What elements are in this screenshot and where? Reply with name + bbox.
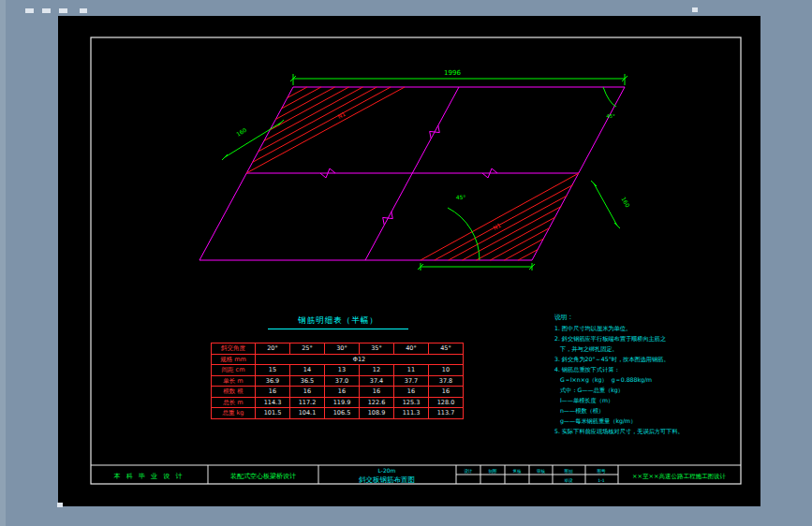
table-row: 根数 根 16 16 16 16 16 16: [212, 387, 464, 398]
table-cell: 10: [429, 365, 464, 376]
row-label: 规格 mm: [212, 354, 256, 365]
rebar-schedule-table: 斜交角度 20° 25° 30° 35° 40° 45° 规格 mm Φ12 间…: [211, 343, 464, 419]
table-cell: 117.2: [290, 397, 325, 408]
table-cell: 108.9: [360, 408, 394, 419]
table-row: 规格 mm Φ12: [212, 354, 464, 365]
titleblock-role-label: 设计: [465, 468, 474, 474]
grip-icon[interactable]: [57, 503, 63, 507]
table-cell: 12: [360, 365, 394, 376]
table-cell: 16: [290, 387, 325, 398]
viewport-left-edge: [0, 0, 6, 526]
table-cell: 111.3: [394, 408, 429, 419]
note-line: 5. 实际下料前应现场核对尺寸，无误后方可下料。: [554, 426, 737, 436]
titleblock-sheet-value: 毕设: [565, 477, 574, 483]
grip-icon[interactable]: [42, 8, 51, 13]
titleblock-cell-project-name: 装配式空心板梁桥设计: [230, 472, 296, 480]
table-cell: 37.8: [429, 375, 464, 387]
titleblock-cell-unit: 本 科 毕 业 设 计: [113, 473, 184, 480]
note-line: G＝l×n×g（kg） g＝0.888kg/m: [554, 374, 737, 385]
table-cell: 128.0: [429, 397, 464, 408]
table-row: 总长 m 114.3 117.2 119.9 122.6 125.3 128.0: [212, 397, 464, 408]
table-cell: Φ12: [256, 354, 464, 365]
table-cell: 125.3: [394, 397, 429, 408]
table-row: 斜交角度 20° 25° 30° 35° 40° 45°: [212, 343, 464, 355]
note-line: l——单根长度（m）: [554, 395, 737, 405]
table-cell: 106.5: [325, 408, 360, 419]
table-cell: 122.6: [360, 397, 394, 408]
table-cell: 14: [290, 365, 325, 376]
note-line: g——每米钢筋重量（kg/m）: [554, 416, 737, 426]
table-corner-cell: 斜交角度: [212, 343, 256, 355]
note-line: n——根数（根）: [554, 405, 737, 416]
note-line: 3. 斜交角为20°～45°时，按本图选用钢筋。: [554, 354, 737, 364]
grip-icon[interactable]: [692, 7, 698, 12]
table-cell: 16: [325, 387, 360, 398]
table-cell: 36.9: [256, 375, 290, 387]
table-header-cell: 35°: [360, 343, 394, 355]
table-cell: 119.9: [325, 397, 360, 408]
table-header-cell: 25°: [290, 343, 325, 355]
titleblock-role-label: 制图: [489, 469, 497, 474]
row-label: 总长 m: [212, 397, 256, 408]
table-header-cell: 45°: [429, 343, 464, 355]
note-line: 4. 钢筋总重按下式计算：: [554, 364, 737, 374]
row-label: 根数 根: [212, 387, 256, 398]
table-row: 总重 kg 101.5 104.1 106.5 108.9 111.3 113.…: [212, 408, 464, 419]
note-line: 1. 图中尺寸均以厘米为单位。: [554, 323, 737, 333]
titleblock-drawing-title: 斜交板钢筋布置图: [359, 475, 415, 484]
table-cell: 16: [429, 387, 464, 398]
titleblock-highway-project: ××至××高速公路工程施工图设计: [632, 473, 726, 480]
row-label: 间距 cm: [212, 365, 256, 376]
table-cell: 114.3: [256, 397, 290, 408]
dim-top-label: 1996: [444, 69, 461, 77]
table-cell: 37.7: [394, 375, 429, 387]
corner-angle-label: 45°: [606, 113, 615, 119]
titleblock-role-label: 复核: [513, 469, 523, 474]
table-cell: 101.5: [256, 408, 290, 419]
titleblock-sheet-value: 1-1: [598, 478, 604, 483]
row-label: 单长 m: [212, 375, 256, 387]
table-cell: 113.7: [429, 408, 464, 419]
titleblock-sheet-label: 图号: [598, 469, 607, 474]
note-line: 下，并与之绑扎固定。: [554, 343, 737, 354]
table-cell: 104.1: [290, 408, 325, 419]
cad-viewport: N1 N1 1996 160 160 45° 45° 本 科 毕 业 设 计 装…: [0, 0, 812, 526]
note-line: 式中：G——总重（kg）: [554, 385, 737, 395]
table-header-cell: 40°: [394, 343, 429, 355]
row-label: 总重 kg: [212, 408, 256, 419]
notes-block: 说明： 1. 图中尺寸均以厘米为单位。 2. 斜交钢筋应平行板端布置于顺桥向主筋…: [554, 313, 737, 436]
notes-title: 说明：: [554, 313, 737, 323]
table-header-cell: 20°: [256, 343, 290, 355]
grip-icon[interactable]: [80, 8, 87, 13]
note-line: 2. 斜交钢筋应平行板端布置于顺桥向主筋之: [554, 333, 737, 343]
table-cell: 16: [394, 387, 429, 398]
table-cell: 11: [394, 365, 429, 376]
table-cell: 16: [360, 387, 394, 398]
table-row: 单长 m 36.9 36.5 37.0 37.4 37.7 37.8: [212, 375, 464, 387]
grip-icon[interactable]: [59, 8, 67, 13]
table-cell: 37.4: [360, 375, 394, 387]
skew-angle-label: 45°: [456, 194, 466, 200]
table-cell: 13: [325, 365, 360, 376]
table-cell: 16: [256, 387, 290, 398]
rebar-table-title: 钢筋明细表（半幅）: [268, 315, 408, 329]
table-row: 间距 cm 15 14 13 12 11 10: [212, 365, 464, 376]
grip-icon[interactable]: [25, 8, 34, 13]
titleblock-span-label: L-20m: [378, 467, 396, 474]
table-cell: 36.5: [290, 375, 325, 387]
table-cell: 15: [256, 365, 290, 376]
table-cell: 37.0: [325, 375, 360, 387]
titleblock-role-label: 审核: [537, 469, 546, 474]
table-header-cell: 30°: [325, 343, 360, 355]
